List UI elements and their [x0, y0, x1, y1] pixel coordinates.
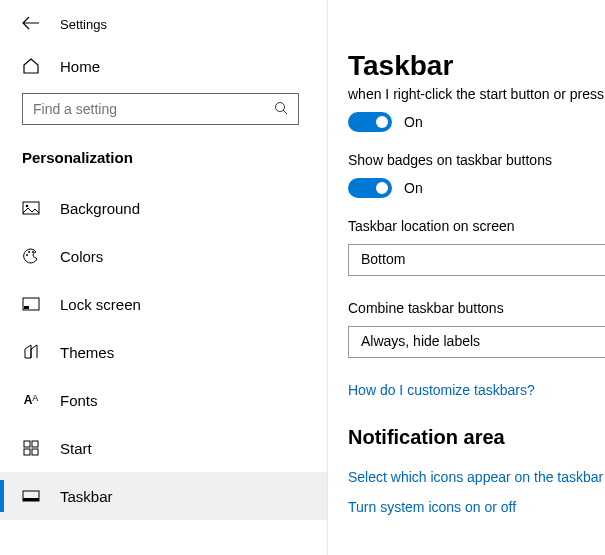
setting-description: when I right-click the start button or p…: [348, 86, 605, 102]
help-link[interactable]: How do I customize taskbars?: [348, 382, 605, 398]
toggle-row-badges: On: [348, 178, 605, 198]
svg-point-5: [28, 251, 30, 253]
app-title: Settings: [60, 17, 107, 32]
main-content: Taskbar when I right-click the start but…: [328, 0, 605, 555]
sidebar-item-lock-screen[interactable]: Lock screen: [0, 280, 327, 328]
toggle-row-powermenu: On: [348, 112, 605, 132]
svg-point-3: [26, 205, 29, 208]
sidebar-item-label: Background: [60, 200, 140, 217]
home-label: Home: [60, 58, 100, 75]
link-select-icons[interactable]: Select which icons appear on the taskbar: [348, 469, 605, 485]
sidebar-item-label: Start: [60, 440, 92, 457]
select-taskbar-location[interactable]: Bottom: [348, 244, 605, 276]
sidebar-item-background[interactable]: Background: [0, 184, 327, 232]
search-box[interactable]: [22, 93, 299, 125]
picture-icon: [22, 201, 40, 215]
taskbar-icon: [22, 490, 40, 502]
svg-rect-11: [24, 449, 30, 455]
search-icon: [274, 101, 288, 118]
home-nav[interactable]: Home: [0, 49, 327, 83]
sidebar: Settings Home Personalization Background…: [0, 0, 328, 555]
toggle-state: On: [404, 180, 423, 196]
svg-point-6: [32, 251, 34, 253]
sidebar-item-label: Fonts: [60, 392, 98, 409]
sidebar-item-fonts[interactable]: AA Fonts: [0, 376, 327, 424]
header-row: Settings: [0, 4, 327, 49]
select-value: Bottom: [361, 251, 405, 267]
sidebar-item-themes[interactable]: Themes: [0, 328, 327, 376]
svg-rect-14: [23, 498, 39, 501]
svg-point-4: [26, 254, 28, 256]
svg-rect-2: [23, 202, 39, 214]
toggle-switch[interactable]: [348, 112, 392, 132]
select-value: Always, hide labels: [361, 333, 480, 349]
setting-label-badges: Show badges on taskbar buttons: [348, 152, 605, 168]
back-button[interactable]: [22, 16, 40, 33]
svg-line-1: [283, 110, 287, 114]
svg-rect-8: [24, 306, 29, 309]
page-title: Taskbar: [348, 50, 605, 82]
search-wrap: [0, 83, 327, 125]
themes-icon: [22, 343, 40, 361]
svg-rect-9: [24, 441, 30, 447]
start-icon: [22, 440, 40, 456]
toggle-state: On: [404, 114, 423, 130]
search-input[interactable]: [33, 101, 274, 117]
svg-rect-10: [32, 441, 38, 447]
toggle-switch[interactable]: [348, 178, 392, 198]
sidebar-item-label: Colors: [60, 248, 103, 265]
svg-point-0: [276, 102, 285, 111]
sidebar-item-colors[interactable]: Colors: [0, 232, 327, 280]
select-combine-buttons[interactable]: Always, hide labels: [348, 326, 605, 358]
svg-rect-12: [32, 449, 38, 455]
sidebar-item-taskbar[interactable]: Taskbar: [0, 472, 327, 520]
sidebar-item-label: Taskbar: [60, 488, 113, 505]
link-system-icons[interactable]: Turn system icons on or off: [348, 499, 605, 515]
notification-section-title: Notification area: [348, 426, 605, 449]
palette-icon: [22, 247, 40, 265]
setting-label-combine: Combine taskbar buttons: [348, 300, 605, 316]
section-header: Personalization: [0, 125, 327, 184]
sidebar-item-start[interactable]: Start: [0, 424, 327, 472]
home-icon: [22, 57, 40, 75]
lock-screen-icon: [22, 297, 40, 311]
fonts-icon: AA: [22, 393, 40, 407]
sidebar-item-label: Themes: [60, 344, 114, 361]
sidebar-item-label: Lock screen: [60, 296, 141, 313]
setting-label-location: Taskbar location on screen: [348, 218, 605, 234]
back-arrow-icon: [22, 16, 40, 30]
